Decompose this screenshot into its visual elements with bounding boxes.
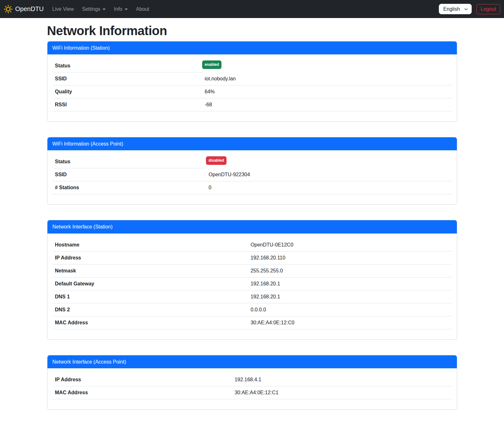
sun-icon bbox=[4, 5, 13, 14]
row-label: Quality bbox=[53, 85, 202, 98]
row-label: RSSI bbox=[53, 98, 202, 111]
table-row-dns-2: DNS 20.0.0.0 bbox=[53, 303, 452, 316]
row-value-cell: 64% bbox=[202, 85, 452, 98]
card-body: IP Address192.168.4.1MAC Address30:AE:A4… bbox=[47, 368, 457, 409]
row-label: Status bbox=[53, 155, 206, 168]
card-header: Network Interface (Access Point) bbox=[47, 355, 457, 368]
row-value-cell: 30:AE:A4:0E:12:C0 bbox=[248, 316, 452, 329]
table-row-quality: Quality64% bbox=[53, 85, 452, 98]
language-select[interactable]: English bbox=[439, 4, 472, 14]
card-header: WiFi Information (Access Point) bbox=[47, 137, 457, 150]
navbar: OpenDTU Live ViewSettingsInfoAbout Engli… bbox=[0, 0, 504, 18]
brand-link[interactable]: OpenDTU bbox=[4, 5, 44, 14]
status-badge: enabled bbox=[202, 60, 221, 69]
status-badge: disabled bbox=[206, 156, 227, 165]
card-header: WiFi Information (Station) bbox=[47, 41, 457, 54]
table-row-ssid: SSIDOpenDTU-922304 bbox=[53, 168, 452, 181]
row-label: SSID bbox=[53, 72, 202, 85]
chevron-down-icon bbox=[125, 9, 128, 10]
row-value-cell: 192.168.20.1 bbox=[248, 290, 452, 303]
row-value-cell: 0 bbox=[206, 181, 451, 194]
info-table: StatusdisabledSSIDOpenDTU-922304# Statio… bbox=[53, 155, 452, 194]
row-value-cell: 255.255.255.0 bbox=[248, 264, 452, 277]
nav-link-live-view[interactable]: Live View bbox=[49, 4, 77, 15]
brand-label: OpenDTU bbox=[15, 5, 44, 13]
row-label: # Stations bbox=[53, 181, 206, 194]
logout-button[interactable]: Logout bbox=[476, 4, 500, 14]
table-row-ip-address: IP Address192.168.4.1 bbox=[53, 373, 452, 386]
nav-link-label: Settings bbox=[82, 6, 100, 12]
row-value-cell: disabled bbox=[206, 155, 451, 168]
row-label: MAC Address bbox=[53, 386, 232, 399]
table-row-rssi: RSSI-68 bbox=[53, 98, 452, 111]
row-label: DNS 2 bbox=[53, 303, 248, 316]
row-value-cell: 192.168.20.110 bbox=[248, 251, 452, 264]
row-value-cell: 192.168.20.1 bbox=[248, 277, 452, 290]
table-row-netmask: Netmask255.255.255.0 bbox=[53, 264, 452, 277]
card-body: StatusenabledSSIDiot.nobody.lanQuality64… bbox=[47, 54, 457, 122]
card-network-interface-access-point: Network Interface (Access Point)IP Addre… bbox=[47, 355, 457, 410]
cards-root: WiFi Information (Station)StatusenabledS… bbox=[47, 41, 457, 410]
table-row-hostname: HostnameOpenDTU-0E12C0 bbox=[53, 239, 452, 252]
language-select-wrap: English bbox=[439, 4, 472, 14]
card-network-interface-station: Network Interface (Station)HostnameOpenD… bbox=[47, 220, 457, 340]
row-value-cell: enabled bbox=[202, 59, 452, 72]
row-label: Hostname bbox=[53, 239, 248, 252]
info-table: StatusenabledSSIDiot.nobody.lanQuality64… bbox=[53, 59, 452, 111]
table-row-mac-address: MAC Address30:AE:A4:0E:12:C1 bbox=[53, 386, 452, 399]
row-value-cell: 30:AE:A4:0E:12:C1 bbox=[232, 386, 451, 399]
table-row-ip-address: IP Address192.168.20.110 bbox=[53, 251, 452, 264]
table-row-ssid: SSIDiot.nobody.lan bbox=[53, 72, 452, 85]
main-content: Network Information WiFi Information (St… bbox=[43, 18, 461, 429]
row-value-cell: -68 bbox=[202, 98, 452, 111]
row-value-cell: 0.0.0.0 bbox=[248, 303, 452, 316]
row-label: Netmask bbox=[53, 264, 248, 277]
row-label: IP Address bbox=[53, 251, 248, 264]
table-row-status: Statusdisabled bbox=[53, 155, 452, 168]
table-row-default-gateway: Default Gateway192.168.20.1 bbox=[53, 277, 452, 290]
card-body: HostnameOpenDTU-0E12C0IP Address192.168.… bbox=[47, 234, 457, 340]
row-label: SSID bbox=[53, 168, 206, 181]
card-header: Network Interface (Station) bbox=[47, 220, 457, 233]
nav-item-about: About bbox=[132, 4, 153, 15]
chevron-down-icon bbox=[103, 9, 106, 10]
table-row-status: Statusenabled bbox=[53, 59, 452, 72]
table-row-stations: # Stations0 bbox=[53, 181, 452, 194]
row-value-cell: OpenDTU-922304 bbox=[206, 168, 451, 181]
card-body: StatusdisabledSSIDOpenDTU-922304# Statio… bbox=[47, 150, 457, 204]
row-value-cell: OpenDTU-0E12C0 bbox=[248, 239, 452, 252]
row-label: MAC Address bbox=[53, 316, 248, 329]
table-row-dns-1: DNS 1192.168.20.1 bbox=[53, 290, 452, 303]
nav-link-label: Live View bbox=[52, 6, 74, 12]
card-wifi-information-access-point: WiFi Information (Access Point)Statusdis… bbox=[47, 137, 457, 205]
nav-link-settings[interactable]: Settings bbox=[79, 4, 109, 15]
row-label: IP Address bbox=[53, 373, 232, 386]
table-row-mac-address: MAC Address30:AE:A4:0E:12:C0 bbox=[53, 316, 452, 329]
row-value-cell: iot.nobody.lan bbox=[202, 72, 452, 85]
nav-item-info: Info bbox=[110, 4, 132, 15]
nav-link-label: Info bbox=[114, 6, 122, 12]
navbar-menu: Live ViewSettingsInfoAbout bbox=[48, 4, 153, 15]
nav-item-settings: Settings bbox=[78, 4, 110, 15]
navbar-right: English Logout bbox=[439, 4, 500, 14]
row-label: Default Gateway bbox=[53, 277, 248, 290]
info-table: IP Address192.168.4.1MAC Address30:AE:A4… bbox=[53, 373, 452, 399]
nav-link-about[interactable]: About bbox=[133, 4, 152, 15]
card-wifi-information-station: WiFi Information (Station)StatusenabledS… bbox=[47, 41, 457, 122]
row-label: Status bbox=[53, 59, 202, 72]
info-table: HostnameOpenDTU-0E12C0IP Address192.168.… bbox=[53, 239, 452, 329]
nav-item-live-view: Live View bbox=[48, 4, 78, 15]
nav-link-info[interactable]: Info bbox=[111, 4, 131, 15]
nav-link-label: About bbox=[136, 6, 149, 12]
page-title: Network Information bbox=[47, 24, 457, 38]
row-label: DNS 1 bbox=[53, 290, 248, 303]
row-value-cell: 192.168.4.1 bbox=[232, 373, 451, 386]
